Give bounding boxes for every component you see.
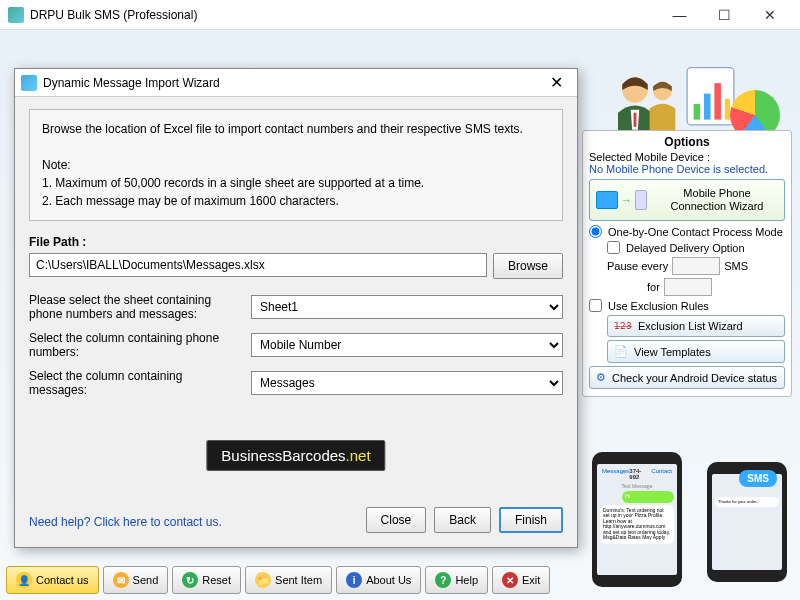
reset-label: Reset <box>202 574 231 586</box>
for-label: for <box>647 281 660 293</box>
delayed-checkbox[interactable] <box>607 241 620 254</box>
dialog-titlebar: Dynamic Message Import Wizard ✕ <box>15 69 577 97</box>
help-label: Help <box>455 574 478 586</box>
file-path-label: File Path : <box>29 235 563 249</box>
intro-text: Browse the location of Excel file to imp… <box>42 120 550 138</box>
window-title: DRPU Bulk SMS (Professional) <box>30 8 657 22</box>
exit-label: Exit <box>522 574 540 586</box>
msg-col-select[interactable]: Messages <box>251 371 563 395</box>
file-path-input[interactable] <box>29 253 487 277</box>
sheet-select[interactable]: Sheet1 <box>251 295 563 319</box>
templates-icon: 📄 <box>614 345 628 358</box>
about-label: About Us <box>366 574 411 586</box>
exclusion-wizard-label: Exclusion List Wizard <box>638 320 743 332</box>
svg-rect-6 <box>714 83 721 119</box>
pause-label: Pause every <box>607 260 668 272</box>
connection-wizard-label: Mobile PhoneConnection Wizard <box>656 187 778 213</box>
phone-preview: Messages 374-992 Contact Text Message Hi… <box>582 452 792 592</box>
import-wizard-dialog: Dynamic Message Import Wizard ✕ Browse t… <box>14 68 578 548</box>
folder-icon: 📁 <box>255 572 271 588</box>
connection-wizard-button[interactable]: → Mobile PhoneConnection Wizard <box>589 179 785 221</box>
dialog-actions: Close Back Finish <box>366 507 563 533</box>
one-by-one-radio[interactable] <box>589 225 602 238</box>
pause-row: Pause every SMS <box>589 257 785 275</box>
app-icon <box>8 7 24 23</box>
no-device-text: No Mobile Phone Device is selected. <box>589 163 785 175</box>
watermark: BusinessBarcodes.net <box>206 440 385 471</box>
reset-icon: ↻ <box>182 572 198 588</box>
options-panel: Options Selected Mobile Device : No Mobi… <box>582 130 792 397</box>
selected-device-label: Selected Mobile Device : <box>589 151 785 163</box>
dialog-icon <box>21 75 37 91</box>
back-button[interactable]: Back <box>434 507 491 533</box>
one-by-one-row[interactable]: One-by-One Contact Process Mode <box>589 225 785 238</box>
help-button[interactable]: ? Help <box>425 566 488 594</box>
sms-suffix: SMS <box>724 260 748 272</box>
sms-badge: SMS <box>739 470 777 487</box>
main-area: Options Selected Mobile Device : No Mobi… <box>0 30 800 600</box>
sent-item-button[interactable]: 📁 Sent Item <box>245 566 332 594</box>
pause-for-input[interactable] <box>664 278 712 296</box>
exclusion-row[interactable]: Use Exclusion Rules <box>589 299 785 312</box>
sent-item-label: Sent Item <box>275 574 322 586</box>
send-button[interactable]: ✉ Send <box>103 566 169 594</box>
contact-label: Contact us <box>36 574 89 586</box>
view-templates-label: View Templates <box>634 346 711 358</box>
sheet-label: Please select the sheet containing phone… <box>29 293 239 321</box>
exclusion-icon: 1̶2̶3̶ <box>614 321 632 331</box>
phone-mockup-1: Messages 374-992 Contact Text Message Hi… <box>592 452 682 587</box>
note-2: 2. Each message may be of maximum 1600 c… <box>42 192 550 210</box>
svg-rect-5 <box>704 94 711 120</box>
reset-button[interactable]: ↻ Reset <box>172 566 241 594</box>
send-icon: ✉ <box>113 572 129 588</box>
dialog-body: Browse the location of Excel file to imp… <box>15 97 577 547</box>
check-android-button[interactable]: ⚙ Check your Android Device status <box>589 366 785 389</box>
dialog-close-button[interactable]: ✕ <box>541 73 571 92</box>
view-templates-button[interactable]: 📄 View Templates <box>607 340 785 363</box>
check-android-label: Check your Android Device status <box>612 372 777 384</box>
options-header: Options <box>589 135 785 149</box>
contact-us-button[interactable]: 👤 Contact us <box>6 566 99 594</box>
svg-rect-4 <box>694 104 701 120</box>
one-by-one-label: One-by-One Contact Process Mode <box>608 226 783 238</box>
exclusion-wizard-button[interactable]: 1̶2̶3̶ Exclusion List Wizard <box>607 315 785 337</box>
info-icon: i <box>346 572 362 588</box>
exit-button[interactable]: ✕ Exit <box>492 566 550 594</box>
about-button[interactable]: i About Us <box>336 566 421 594</box>
bottom-toolbar: 👤 Contact us ✉ Send ↻ Reset 📁 Sent Item … <box>6 566 550 594</box>
note-1: 1. Maximum of 50,000 records in a single… <box>42 174 550 192</box>
connection-icon: → <box>596 186 650 214</box>
gear-icon: ⚙ <box>596 371 606 384</box>
minimize-button[interactable]: — <box>657 0 702 29</box>
help-link[interactable]: Need help? Click here to contact us. <box>29 515 222 529</box>
browse-button[interactable]: Browse <box>493 253 563 279</box>
exit-icon: ✕ <box>502 572 518 588</box>
close-button[interactable]: ✕ <box>747 0 792 29</box>
help-icon: ? <box>435 572 451 588</box>
delayed-row[interactable]: Delayed Delivery Option <box>589 241 785 254</box>
phone-col-label: Select the column containing phone numbe… <box>29 331 239 359</box>
pause-count-input[interactable] <box>672 257 720 275</box>
delayed-label: Delayed Delivery Option <box>626 242 745 254</box>
phone-col-select[interactable]: Mobile Number <box>251 333 563 357</box>
maximize-button[interactable]: ☐ <box>702 0 747 29</box>
dialog-title: Dynamic Message Import Wizard <box>43 76 541 90</box>
exclusion-label: Use Exclusion Rules <box>608 300 709 312</box>
contact-icon: 👤 <box>16 572 32 588</box>
msg-col-label: Select the column containing messages: <box>29 369 239 397</box>
send-label: Send <box>133 574 159 586</box>
main-titlebar: DRPU Bulk SMS (Professional) — ☐ ✕ <box>0 0 800 30</box>
exclusion-checkbox[interactable] <box>589 299 602 312</box>
close-dialog-button[interactable]: Close <box>366 507 427 533</box>
for-row: for <box>589 278 785 296</box>
note-label: Note: <box>42 156 550 174</box>
finish-button[interactable]: Finish <box>499 507 563 533</box>
instruction-box: Browse the location of Excel file to imp… <box>29 109 563 221</box>
